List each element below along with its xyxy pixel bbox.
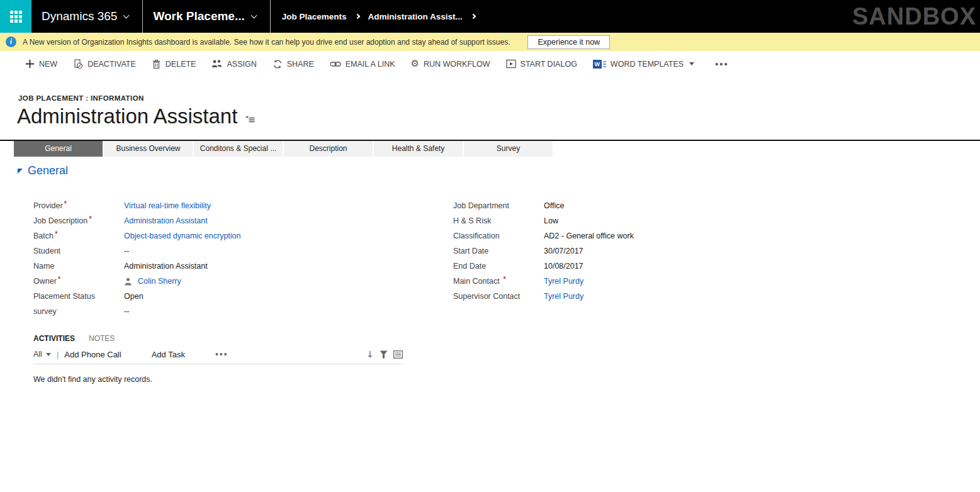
area-label: Work Placeme... [153,9,244,23]
required-asterisk: * [58,275,61,284]
field-placement-status: Placement Status Open [33,289,424,304]
plus-icon [25,59,35,69]
form-tab-strip: General Business Overview Conditons & Sp… [0,140,980,157]
top-navigation-bar: Dynamics 365 Work Placeme... Job Placeme… [0,0,980,33]
required-asterisk: * [64,199,67,208]
field-start-date-value[interactable]: 30/07/2017 [544,247,583,255]
field-end-date-value[interactable]: 10/08/2017 [544,262,583,271]
start-dialog-button[interactable]: START DIALOG [506,59,577,69]
field-hs-risk-value[interactable]: Low [544,216,558,225]
person-icon [124,277,132,286]
field-job-description-value[interactable]: Administration Assistant [124,216,208,225]
field-main-contact: Main Contact * Tyrel Purdy [453,274,831,289]
run-workflow-button[interactable]: ⚙ RUN WORKFLOW [411,59,490,69]
field-name: Name Administration Assistant [33,259,424,274]
field-placement-status-value[interactable]: Open [124,292,144,301]
tab-general[interactable]: General [14,141,103,157]
collapse-triangle-icon [18,169,23,174]
activities-empty-message: We didn't find any activity records. [33,375,152,384]
tab-description[interactable]: Description [284,141,373,157]
email-a-link-button[interactable]: EMAIL A LINK [330,60,395,69]
field-survey-value[interactable]: -- [124,307,129,316]
field-owner: Owner* Colin Sherry [33,274,424,289]
field-classification-value[interactable]: AD2 - General office work [544,232,634,240]
activities-divider [33,364,403,364]
workflow-gear-icon: ⚙ [411,59,419,69]
add-task-button[interactable]: Add Task [152,350,185,359]
required-asterisk: * [89,215,92,223]
sort-arrow-down-icon[interactable]: ↓ [366,350,374,359]
chevron-down-icon [689,62,694,65]
share-button[interactable]: SHARE [273,59,314,69]
field-supervisor-contact: Supervisor Contact Tyrel Purdy [453,289,831,304]
field-student-value[interactable]: -- [124,247,129,255]
field-name-value[interactable]: Administration Assistant [124,262,208,271]
tab-notes[interactable]: NOTES [89,334,115,343]
section-general-header[interactable]: General [18,164,68,177]
field-job-description: Job Description* Administration Assistan… [33,213,424,228]
field-provider-value[interactable]: Virtual real-time flexibility [124,201,211,210]
field-classification: Classification AD2 - General office work [453,228,831,243]
breadcrumb-record[interactable]: Administration Assist... [368,12,463,21]
tab-survey[interactable]: Survey [464,141,553,157]
section-title: General [28,164,68,177]
field-main-contact-value[interactable]: Tyrel Purdy [544,277,583,286]
chevron-right-icon [354,14,359,19]
deactivate-button[interactable]: DEACTIVATE [73,59,136,69]
activities-tab-strip: ACTIVITIES NOTES [33,334,115,343]
brand-label: Dynamics 365 [42,9,117,23]
filter-funnel-icon[interactable] [380,350,388,359]
list-view-icon[interactable] [393,350,403,359]
chevron-down-icon [251,12,257,18]
field-hs-risk: H & S Risk Low [453,213,831,228]
experience-it-now-button[interactable]: Experience it now [527,35,610,49]
tab-business-overview[interactable]: Business Overview [104,141,193,157]
assign-icon [211,59,222,69]
field-start-date: Start Date 30/07/2017 [453,243,831,259]
required-asterisk: * [55,230,58,238]
field-provider: Provider* Virtual real-time flexibility [33,198,424,213]
tab-conditions-special[interactable]: Conditons & Special ... [194,141,283,157]
page-title: Administration Assistant [17,104,237,128]
chevron-right-icon[interactable] [471,14,476,19]
deactivate-icon [73,59,83,69]
field-job-department-value[interactable]: Office [544,201,564,210]
brand-menu[interactable]: Dynamics 365 [31,0,142,33]
link-icon [330,60,341,68]
activities-toolbar: All | Add Phone Call Add Task ••• ↓ [33,347,403,361]
app-launcher-button[interactable] [0,0,31,33]
activities-more-button[interactable]: ••• [215,349,228,359]
toolbar-divider: | [57,350,59,359]
field-survey: survey -- [33,304,424,319]
command-bar: NEW DEACTIVATE DELETE ASSIGN SHARE [0,51,980,77]
required-asterisk: * [503,275,506,284]
add-phone-call-button[interactable]: Add Phone Call [64,350,121,359]
share-icon [273,59,283,69]
tab-health-safety[interactable]: Health & Safety [374,141,463,157]
more-commands-button[interactable]: ••• [715,59,729,69]
chevron-down-icon [123,12,130,18]
form-selector-icon[interactable] [245,114,255,125]
new-button[interactable]: NEW [25,59,57,69]
field-supervisor-contact-value[interactable]: Tyrel Purdy [544,292,583,301]
field-batch: Batch* Object-based dynamic encryption [33,228,424,243]
form-column-left: Provider* Virtual real-time flexibility … [33,198,424,319]
start-dialog-icon [506,59,516,69]
word-templates-button[interactable]: W WORD TEMPLATES [593,60,694,69]
word-icon: W [593,60,606,69]
entity-label: JOB PLACEMENT : INFORMATION [18,94,144,102]
breadcrumb-job-placements[interactable]: Job Placements [282,12,347,21]
assign-button[interactable]: ASSIGN [211,59,256,69]
tab-activities[interactable]: ACTIVITIES [33,334,75,343]
breadcrumb: Job Placements Administration Assist... [271,0,475,33]
field-batch-value[interactable]: Object-based dynamic encryption [124,232,241,240]
notification-message: A New version of Organization Insights d… [23,38,510,47]
field-end-date: End Date 10/08/2017 [453,259,831,274]
area-menu[interactable]: Work Placeme... [143,0,269,33]
delete-button[interactable]: DELETE [152,59,196,69]
notification-bar: i A New version of Organization Insights… [0,33,980,51]
waffle-icon [10,11,22,23]
field-owner-value[interactable]: Colin Sherry [138,277,181,286]
activity-filter-dropdown[interactable]: All [33,350,51,359]
field-student: Student -- [33,243,424,259]
